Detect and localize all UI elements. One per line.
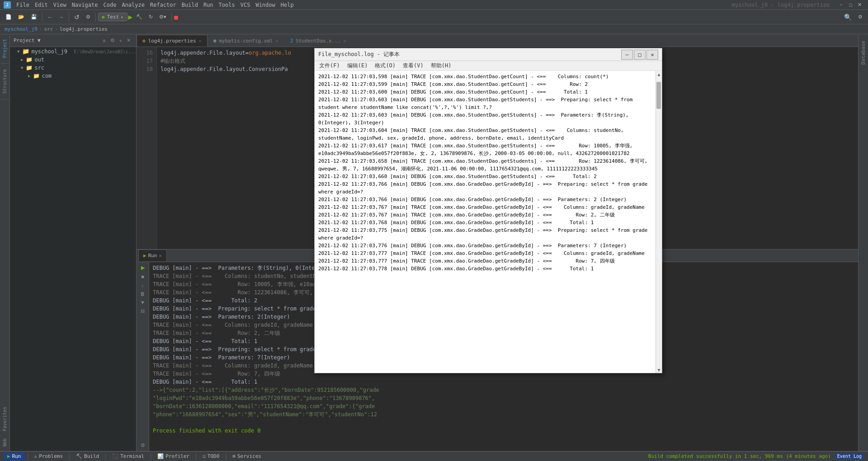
taskbar-profiler-icon: 📊 (157, 453, 164, 459)
menu-build[interactable]: Build (182, 2, 198, 8)
stop-btn[interactable]: ■ (174, 14, 178, 21)
notepad-menu-view[interactable]: 查看(V) (401, 62, 425, 70)
tree-com[interactable]: ▶ 📁 com (10, 72, 136, 80)
undo-btn[interactable]: ↺ (71, 12, 82, 23)
menu-code[interactable]: Code (104, 2, 117, 8)
notepad-scrollbar[interactable]: ▲ ▼ (656, 71, 662, 373)
minimize-btn[interactable]: － (836, 0, 846, 10)
sidebar-database-label[interactable]: Database (860, 38, 866, 67)
notepad-content[interactable]: 2021-12-02 11:27:03,598 [main] TRACE [co… (315, 71, 656, 373)
event-log-badge[interactable]: Event Log (835, 453, 864, 459)
more-btn[interactable]: ⚙▾ (156, 12, 169, 23)
taskbar-sep3 (105, 453, 106, 460)
taskbar-profiler[interactable]: 📊 Profiler (154, 452, 193, 461)
reload-btn[interactable]: ↻ (146, 12, 156, 23)
run-scroll-btn[interactable]: ↓ (140, 282, 146, 289)
taskbar-problems[interactable]: ⚠ Problems (31, 452, 67, 461)
run-btn[interactable]: ▶ (128, 13, 133, 21)
run-clear-btn[interactable]: 🗑 (138, 290, 147, 297)
new-file-btn[interactable]: 📄 (3, 12, 14, 23)
tab-studentdao-close[interactable]: ✕ (343, 38, 346, 43)
tree-arrow-root: ▼ (17, 49, 19, 54)
np-line-17: 2021-12-02 11:27:03,777 [main] TRACE [co… (318, 249, 652, 257)
menu-view[interactable]: View (53, 2, 66, 8)
back-btn[interactable]: ← (45, 12, 55, 23)
notepad-menu-edit[interactable]: 编辑(E) (345, 62, 370, 70)
menu-file[interactable]: File (16, 2, 29, 8)
taskbar-run[interactable]: ▶ Run (4, 452, 25, 461)
menu-run[interactable]: Run (203, 2, 213, 8)
notepad-menu-file[interactable]: 文件(F) (317, 62, 342, 70)
scroll-up-btn[interactable]: ▲ (656, 71, 662, 77)
open-btn[interactable]: 📂 (15, 12, 27, 23)
sidebar-web-label[interactable]: Web (2, 436, 7, 449)
run-filter-btn[interactable]: ▼ (138, 299, 147, 306)
menu-help[interactable]: Help (281, 2, 294, 8)
sidebar-favorites-label[interactable]: Favorites (2, 404, 7, 434)
path-project[interactable]: myschool_j9 (5, 26, 38, 32)
sidebar-sep2 (1, 99, 9, 99)
menu-refactor[interactable]: Refactor (150, 2, 176, 8)
run-settings-btn[interactable]: ⚙ (139, 442, 147, 449)
tree-src[interactable]: ▼ 📁 src (10, 64, 136, 72)
tab-log4j-close[interactable]: ✕ (199, 38, 202, 43)
run-config-dropdown[interactable]: ▶ Test ▾ (98, 13, 127, 21)
tree-out[interactable]: ▶ 📁 out (10, 56, 136, 64)
notepad-window: File_myschool.log - 记事本 — □ ✕ 文件(F) 编辑(E… (314, 48, 662, 373)
notepad-menu-help[interactable]: 帮助(H) (429, 62, 453, 70)
maximize-btn[interactable]: □ (846, 0, 855, 10)
forward-btn[interactable]: → (56, 12, 66, 23)
menu-tools[interactable]: Tools (219, 2, 235, 8)
sidebar-project-label[interactable]: Project (2, 36, 7, 61)
menu-navigate[interactable]: Navigate (72, 2, 98, 8)
notepad-close[interactable]: ✕ (646, 50, 658, 60)
close-btn[interactable]: ✕ (855, 0, 864, 10)
save-btn[interactable]: 💾 (28, 12, 40, 23)
tab-mybatis[interactable]: ⚙ mybatis-config.xml ✕ (208, 35, 284, 47)
run-fold-btn[interactable]: ⊟ (139, 307, 146, 315)
scroll-down-btn[interactable]: ▼ (656, 367, 662, 373)
tab-mybatis-close[interactable]: ✕ (275, 38, 278, 43)
run-rerun-btn[interactable]: ▶ (139, 264, 146, 272)
run-line-process: Process finished with exit code 0 (153, 427, 854, 435)
tab-log4j[interactable]: ⚙ log4j.properties ✕ (137, 35, 208, 47)
sidebar-structure-label[interactable]: Structure (2, 66, 7, 96)
panel-settings-btn[interactable]: ⚙ (108, 37, 117, 44)
menu-analyze[interactable]: Analyze (122, 2, 145, 8)
run-stop-btn[interactable]: ■ (139, 273, 146, 280)
taskbar-services[interactable]: ≡ Services (229, 452, 265, 461)
tree-arrow-out: ▶ (21, 57, 23, 62)
menu-vcs[interactable]: VCS (241, 2, 250, 8)
tree-root[interactable]: ▼ 📁 myschool_j9 E:\NewDream\JavaBS\c... (10, 47, 136, 56)
notepad-maximize[interactable]: □ (634, 50, 646, 60)
settings-btn[interactable]: ⚙ (83, 12, 93, 23)
scroll-thumb[interactable] (656, 82, 661, 109)
taskbar-build[interactable]: 🔨 Build (72, 452, 103, 461)
bottom-taskbar: ▶ Run ⚠ Problems 🔨 Build ⬛ Terminal 📊 Pr… (0, 451, 868, 461)
build-btn[interactable]: 🔨 (133, 12, 145, 23)
line-numbers: 16 17 18 (137, 47, 157, 249)
taskbar-terminal-label: Terminal (120, 453, 144, 459)
settings-main-btn[interactable]: ⚙ (855, 12, 865, 23)
line-num-17: 17 (137, 57, 153, 65)
panel-expand-btn[interactable]: + (118, 37, 124, 44)
menu-edit[interactable]: Edit (35, 2, 48, 8)
taskbar-terminal[interactable]: ⬛ Terminal (108, 452, 148, 461)
panel-close-btn[interactable]: ✕ (125, 37, 132, 44)
menu-window[interactable]: Window (255, 2, 275, 8)
search-everywhere-btn[interactable]: 🔍 (841, 12, 854, 23)
notepad-minimize[interactable]: — (621, 50, 633, 60)
taskbar-todo[interactable]: ☑ TODO (199, 452, 223, 461)
taskbar-services-icon: ≡ (232, 453, 236, 459)
bottom-tab-run[interactable]: ▶ Run ✕ (138, 249, 167, 261)
np-line-8: 2021-12-02 11:27:03,658 [main] TRACE [co… (318, 157, 652, 173)
path-src[interactable]: src (44, 26, 53, 32)
notepad-menu-format[interactable]: 格式(O) (373, 62, 397, 70)
notepad-body: 2021-12-02 11:27:03,598 [main] TRACE [co… (315, 71, 662, 373)
left-sidebar: Project Structure Favorites Web (0, 34, 10, 451)
panel-collapse-btn[interactable]: ≡ (101, 37, 107, 44)
run-tab-close[interactable]: ✕ (159, 253, 162, 258)
tab-log4j-label: log4j.properties (148, 38, 196, 44)
path-file[interactable]: log4j.properties (60, 26, 108, 32)
tab-studentdao[interactable]: J StudentDao.x... ✕ (284, 35, 352, 47)
